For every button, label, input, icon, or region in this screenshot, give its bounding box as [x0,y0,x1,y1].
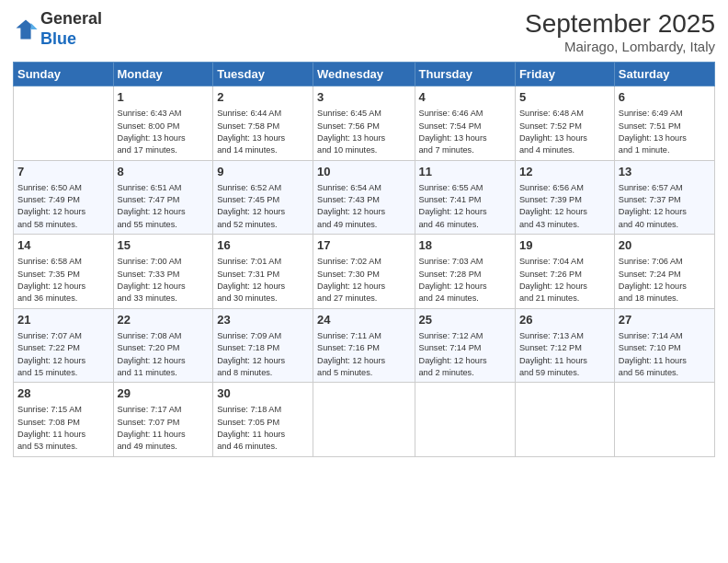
day-info: Sunrise: 7:04 AMSunset: 7:26 PMDaylight:… [519,256,610,304]
day-number: 4 [419,89,511,106]
day-info: Sunrise: 6:45 AMSunset: 7:56 PMDaylight:… [317,108,410,156]
day-cell: 14Sunrise: 6:58 AMSunset: 7:35 PMDayligh… [14,235,114,309]
day-cell: 5Sunrise: 6:48 AMSunset: 7:52 PMDaylight… [515,86,614,161]
month-year: September 2025 [525,9,715,39]
day-cell: 30Sunrise: 7:18 AMSunset: 7:05 PMDayligh… [213,383,313,457]
day-number: 18 [419,237,511,254]
day-number: 22 [118,312,210,328]
day-info: Sunrise: 7:14 AMSunset: 7:10 PMDaylight:… [619,330,711,379]
day-cell [313,383,415,457]
day-number: 20 [619,237,711,254]
location: Mairago, Lombardy, Italy [525,39,715,54]
day-cell: 25Sunrise: 7:12 AMSunset: 7:14 PMDayligh… [415,308,515,383]
day-info: Sunrise: 7:18 AMSunset: 7:05 PMDaylight:… [217,404,309,453]
header-monday: Monday [113,63,213,86]
day-number: 15 [118,237,210,254]
day-cell: 24Sunrise: 7:11 AMSunset: 7:16 PMDayligh… [313,308,415,383]
header-wednesday: Wednesday [313,63,415,86]
day-cell: 27Sunrise: 7:14 AMSunset: 7:10 PMDayligh… [614,308,714,383]
day-cell: 7Sunrise: 6:50 AMSunset: 7:49 PMDaylight… [14,160,114,235]
day-number: 8 [118,164,210,180]
day-cell: 12Sunrise: 6:56 AMSunset: 7:39 PMDayligh… [515,160,614,235]
day-info: Sunrise: 7:08 AMSunset: 7:20 PMDaylight:… [118,330,210,379]
day-cell: 1Sunrise: 6:43 AMSunset: 8:00 PMDaylight… [113,86,213,161]
day-number: 24 [317,312,410,328]
day-number: 16 [217,237,309,254]
day-cell: 9Sunrise: 6:52 AMSunset: 7:45 PMDaylight… [213,160,313,235]
day-cell [614,383,714,457]
day-cell [415,383,515,457]
day-cell: 20Sunrise: 7:06 AMSunset: 7:24 PMDayligh… [614,235,714,309]
day-cell: 10Sunrise: 6:54 AMSunset: 7:43 PMDayligh… [313,160,415,235]
day-cell [515,383,614,457]
day-info: Sunrise: 6:50 AMSunset: 7:49 PMDaylight:… [17,182,109,231]
day-number: 5 [519,89,610,106]
title-block: September 2025 Mairago, Lombardy, Italy [525,9,715,54]
day-info: Sunrise: 6:52 AMSunset: 7:45 PMDaylight:… [217,182,309,231]
day-number: 21 [17,312,109,328]
day-number: 10 [317,164,410,180]
week-row-3: 14Sunrise: 6:58 AMSunset: 7:35 PMDayligh… [14,235,715,309]
header-saturday: Saturday [614,63,714,86]
day-cell: 29Sunrise: 7:17 AMSunset: 7:07 PMDayligh… [113,383,213,457]
day-number: 1 [118,89,210,106]
day-number: 19 [519,237,610,254]
day-cell: 17Sunrise: 7:02 AMSunset: 7:30 PMDayligh… [313,235,415,309]
day-info: Sunrise: 6:56 AMSunset: 7:39 PMDaylight:… [519,182,610,231]
day-number: 11 [419,164,511,180]
header-tuesday: Tuesday [213,63,313,86]
day-number: 29 [118,385,210,402]
day-info: Sunrise: 7:06 AMSunset: 7:24 PMDaylight:… [619,256,711,304]
day-number: 9 [217,164,309,180]
day-cell: 23Sunrise: 7:09 AMSunset: 7:18 PMDayligh… [213,308,313,383]
day-info: Sunrise: 7:09 AMSunset: 7:18 PMDaylight:… [217,330,309,379]
day-info: Sunrise: 6:48 AMSunset: 7:52 PMDaylight:… [519,108,610,156]
day-cell: 8Sunrise: 6:51 AMSunset: 7:47 PMDaylight… [113,160,213,235]
calendar-header-row: SundayMondayTuesdayWednesdayThursdayFrid… [14,63,715,86]
logo: General Blue [13,9,102,49]
day-cell: 4Sunrise: 6:46 AMSunset: 7:54 PMDaylight… [415,86,515,161]
day-number: 23 [217,312,309,328]
day-info: Sunrise: 7:01 AMSunset: 7:31 PMDaylight:… [217,256,309,304]
page: General Blue September 2025 Mairago, Lom… [0,0,728,563]
day-cell [14,86,114,161]
day-number: 2 [217,89,309,106]
day-info: Sunrise: 6:51 AMSunset: 7:47 PMDaylight:… [118,182,210,231]
day-number: 27 [619,312,711,328]
day-cell: 16Sunrise: 7:01 AMSunset: 7:31 PMDayligh… [213,235,313,309]
day-number: 7 [17,164,109,180]
day-number: 17 [317,237,410,254]
calendar: SundayMondayTuesdayWednesdayThursdayFrid… [13,62,715,457]
day-info: Sunrise: 6:44 AMSunset: 7:58 PMDaylight:… [217,108,309,156]
week-row-5: 28Sunrise: 7:15 AMSunset: 7:08 PMDayligh… [14,383,715,457]
day-number: 25 [419,312,511,328]
day-info: Sunrise: 7:17 AMSunset: 7:07 PMDaylight:… [118,404,210,453]
day-number: 28 [17,385,109,402]
day-number: 12 [519,164,610,180]
svg-marker-1 [31,23,38,29]
day-number: 26 [519,312,610,328]
header: General Blue September 2025 Mairago, Lom… [13,9,715,54]
day-cell: 28Sunrise: 7:15 AMSunset: 7:08 PMDayligh… [14,383,114,457]
day-info: Sunrise: 6:54 AMSunset: 7:43 PMDaylight:… [317,182,410,231]
day-cell: 11Sunrise: 6:55 AMSunset: 7:41 PMDayligh… [415,160,515,235]
day-cell: 15Sunrise: 7:00 AMSunset: 7:33 PMDayligh… [113,235,213,309]
header-friday: Friday [515,63,614,86]
day-info: Sunrise: 7:02 AMSunset: 7:30 PMDaylight:… [317,256,410,304]
header-sunday: Sunday [14,63,114,86]
day-info: Sunrise: 7:00 AMSunset: 7:33 PMDaylight:… [118,256,210,304]
day-number: 13 [619,164,711,180]
day-cell: 26Sunrise: 7:13 AMSunset: 7:12 PMDayligh… [515,308,614,383]
logo-icon [13,17,39,42]
header-thursday: Thursday [415,63,515,86]
day-info: Sunrise: 7:11 AMSunset: 7:16 PMDaylight:… [317,330,410,379]
day-info: Sunrise: 6:58 AMSunset: 7:35 PMDaylight:… [17,256,109,304]
day-number: 6 [619,89,711,106]
day-info: Sunrise: 7:03 AMSunset: 7:28 PMDaylight:… [419,256,511,304]
day-cell: 2Sunrise: 6:44 AMSunset: 7:58 PMDaylight… [213,86,313,161]
day-info: Sunrise: 6:49 AMSunset: 7:51 PMDaylight:… [619,108,711,156]
day-info: Sunrise: 6:46 AMSunset: 7:54 PMDaylight:… [419,108,511,156]
day-cell: 22Sunrise: 7:08 AMSunset: 7:20 PMDayligh… [113,308,213,383]
day-info: Sunrise: 7:12 AMSunset: 7:14 PMDaylight:… [419,330,511,379]
logo-blue: Blue [40,29,76,48]
